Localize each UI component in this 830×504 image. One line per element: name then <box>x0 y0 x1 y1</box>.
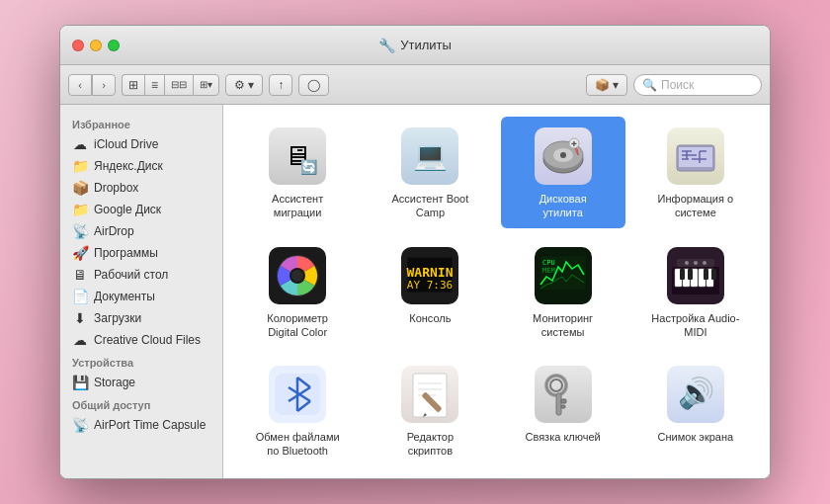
close-button[interactable] <box>72 40 84 51</box>
sidebar-item-googledisk[interactable]: 📁 Google Диск <box>60 199 222 220</box>
cover-flow-button[interactable]: ⊞▾ <box>193 74 219 96</box>
sidebar-item-airdrop-label: AirDrop <box>94 224 134 238</box>
file-item-colorimeter[interactable]: Колориметр Digital Color <box>235 236 360 348</box>
sidebar-item-docs[interactable]: 📄 Документы <box>60 286 222 307</box>
svg-rect-14 <box>679 147 712 167</box>
audiomidi-label: Настройка Audio-MIDI <box>651 311 740 340</box>
monitor-icon: CPU MEM <box>535 247 592 304</box>
file-item-disk[interactable]: ✚ Дисковая утилита <box>501 117 625 228</box>
scripteditor-icon <box>401 366 458 423</box>
maximize-button[interactable] <box>108 40 120 51</box>
file-item-audiomidi[interactable]: Настройка Audio-MIDI <box>633 236 758 348</box>
sidebar-section-devices: Устройства 💾 Storage <box>60 351 222 393</box>
sysinfo-icon <box>667 127 724 185</box>
sidebar-item-desktop[interactable]: 🖥 Рабочий стол <box>60 264 222 286</box>
apps-icon: 🚀 <box>72 245 88 261</box>
toolbar: ‹ › ⊞ ≡ ⊟⊟ ⊞▾ ⚙ ▾ ↑ ◯ 📦 ▾ 🔍 Поиск <box>60 65 770 105</box>
svg-text:🔊: 🔊 <box>677 376 714 411</box>
sidebar-item-airport-capsule[interactable]: 📡 AirPort Time Capsule <box>60 414 222 436</box>
colorimeter-icon <box>269 247 326 304</box>
file-item-migration[interactable]: 🖥 🔄 Ассистент миграции <box>235 117 360 228</box>
file-item-dirutil[interactable]: Утилита каталогов <box>501 474 625 478</box>
bootcamp-label: Ассистент Boot Camp <box>385 192 474 220</box>
sidebar-item-icloud[interactable]: ☁ iCloud Drive <box>60 133 222 155</box>
titlebar: 🔧 Утилиты <box>60 26 770 65</box>
file-item-bluetooth[interactable]: Обмен файлами по Bluetooth <box>235 355 360 466</box>
svg-text:✚: ✚ <box>571 140 577 147</box>
audiomidi-icon <box>667 247 724 304</box>
console-icon: WARNIN AY 7:36 <box>401 247 458 304</box>
scripteditor-label: Редактор скриптов <box>385 430 474 459</box>
icon-view-button[interactable]: ⊞ <box>122 74 144 96</box>
migration-label: Ассистент миграции <box>253 192 342 220</box>
svg-rect-68 <box>556 393 561 415</box>
bluetooth-icon-area <box>266 363 329 426</box>
svg-point-49 <box>694 261 698 265</box>
shared-title: Общий доступ <box>60 393 222 414</box>
sidebar-item-yandex-label: Яндекс.Диск <box>94 159 163 173</box>
sysinfo-label: Информация о системе <box>651 192 740 220</box>
console-icon-area: WARNIN AY 7:36 <box>398 244 461 307</box>
sidebar-item-apps-label: Программы <box>94 246 158 260</box>
devices-title: Устройства <box>60 351 222 372</box>
downloads-icon: ⬇ <box>72 310 88 326</box>
googledisk-icon: 📁 <box>72 202 88 217</box>
favorites-title: Избранное <box>60 113 222 133</box>
file-item-voiceover[interactable]: 🔉 Утилита VoiceOver <box>633 474 758 478</box>
sidebar-item-ccfiles[interactable]: ☁ Creative Cloud Files <box>60 329 222 351</box>
sidebar-item-airdrop[interactable]: 📡 AirDrop <box>60 220 222 242</box>
file-item-keychain[interactable]: Связка ключей <box>501 355 625 466</box>
disk-icon: ✚ <box>535 127 592 185</box>
column-view-button[interactable]: ⊟⊟ <box>164 74 193 96</box>
title-icon: 🔧 <box>378 38 395 53</box>
bluetooth-label: Обмен файлами по Bluetooth <box>253 430 342 459</box>
sidebar-item-dropbox[interactable]: 📦 Dropbox <box>60 177 222 199</box>
svg-point-25 <box>291 270 303 282</box>
window-title: 🔧 Утилиты <box>378 38 452 53</box>
monitor-label: Мониторинг системы <box>519 311 608 340</box>
tag-button[interactable]: ◯ <box>298 74 329 96</box>
sidebar-item-downloads-label: Загрузки <box>94 311 141 325</box>
file-item-sysinfo[interactable]: Информация о системе <box>633 117 758 228</box>
file-item-airport[interactable]: Утилита AirPort <box>368 474 492 478</box>
migration-icon: 🖥 🔄 <box>269 127 326 185</box>
file-item-terminal[interactable]: >_ $ ls -la Терминал <box>235 474 360 478</box>
bootcamp-icon-area: 💻 <box>398 125 461 188</box>
svg-text:WARNIN: WARNIN <box>407 265 454 280</box>
sidebar-item-docs-label: Документы <box>94 290 155 303</box>
back-button[interactable]: ‹ <box>68 74 92 96</box>
sidebar-item-downloads[interactable]: ⬇ Загрузки <box>60 307 222 329</box>
minimize-button[interactable] <box>90 40 102 51</box>
ccfiles-icon: ☁ <box>72 332 88 348</box>
disk-icon-area: ✚ <box>532 125 595 188</box>
airport-capsule-icon: 📡 <box>72 417 88 433</box>
dropbox-button[interactable]: 📦 ▾ <box>586 74 627 96</box>
screenshot-icon-area: 🔊 <box>664 363 727 426</box>
file-item-scripteditor[interactable]: Редактор скриптов <box>368 355 492 466</box>
finder-window: 🔧 Утилиты ‹ › ⊞ ≡ ⊟⊟ ⊞▾ ⚙ ▾ ↑ ◯ 📦 ▾ 🔍 По… <box>59 25 771 479</box>
keychain-icon-area <box>532 363 595 426</box>
sidebar-item-apps[interactable]: 🚀 Программы <box>60 242 222 264</box>
console-label: Консоль <box>409 311 451 325</box>
file-item-monitor[interactable]: CPU MEM Мониторинг системы <box>501 236 625 348</box>
list-view-button[interactable]: ≡ <box>144 74 164 96</box>
sidebar-item-yandex[interactable]: 📁 Яндекс.Диск <box>60 155 222 177</box>
sidebar-item-icloud-label: iCloud Drive <box>94 137 158 151</box>
svg-rect-46 <box>711 269 716 280</box>
search-placeholder: Поиск <box>661 78 694 92</box>
svg-point-9 <box>560 152 566 158</box>
sidebar-item-storage[interactable]: 💾 Storage <box>60 372 222 393</box>
disk-label: Дисковая утилита <box>519 192 608 220</box>
svg-point-50 <box>703 261 706 265</box>
airdrop-icon: 📡 <box>72 223 88 239</box>
audiomidi-icon-area <box>664 244 727 307</box>
search-box[interactable]: 🔍 Поиск <box>633 74 762 96</box>
file-item-screenshot[interactable]: 🔊 Снимок экрана <box>633 355 758 466</box>
file-item-console[interactable]: WARNIN AY 7:36 Консоль <box>368 236 492 348</box>
file-item-bootcamp[interactable]: 💻 Ассистент Boot Camp <box>368 117 492 228</box>
forward-button[interactable]: › <box>92 74 116 96</box>
file-grid: 🖥 🔄 Ассистент миграции 💻 Ассистент Boot … <box>223 105 770 478</box>
share-button[interactable]: ↑ <box>269 74 292 96</box>
sidebar-section-favorites: Избранное ☁ iCloud Drive 📁 Яндекс.Диск 📦… <box>60 113 222 351</box>
action-button[interactable]: ⚙ ▾ <box>225 74 263 96</box>
